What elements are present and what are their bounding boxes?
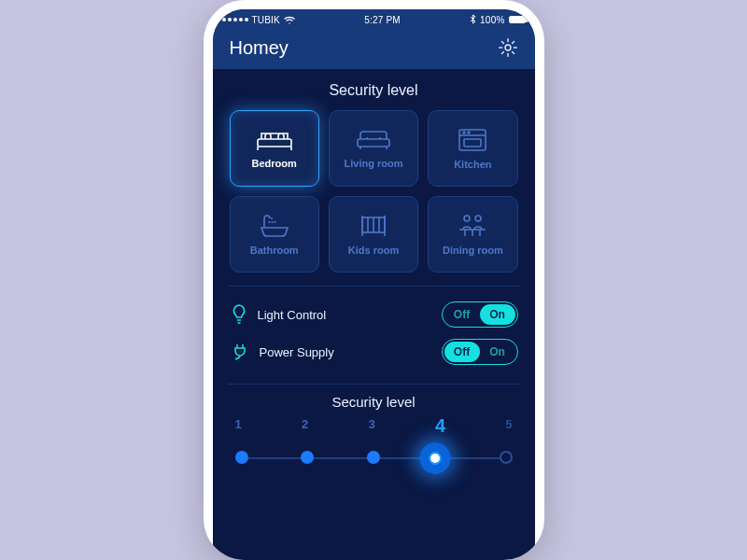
power-supply-left: Power Supply xyxy=(230,342,334,362)
room-bathroom[interactable]: Bathroom xyxy=(230,196,319,273)
room-living-room[interactable]: Living room xyxy=(329,110,418,187)
signal-dots-icon xyxy=(222,18,248,21)
main-content: Security level Bedroom Living room xyxy=(213,69,535,560)
lightbulb-icon xyxy=(230,303,248,326)
svg-point-5 xyxy=(463,132,465,133)
sofa-icon xyxy=(355,128,392,152)
plug-icon xyxy=(230,342,250,362)
phone-screen: TUBIK 5:27 PM 100% Homey xyxy=(213,9,535,560)
room-label: Bathroom xyxy=(250,245,299,256)
room-label: Kids room xyxy=(348,245,399,256)
power-supply-label: Power Supply xyxy=(260,345,334,359)
toggle-on: On xyxy=(480,342,515,362)
bluetooth-icon xyxy=(470,14,476,26)
slider-tick-1[interactable] xyxy=(235,451,248,464)
svg-point-6 xyxy=(468,132,470,133)
svg-point-9 xyxy=(475,216,481,221)
slider-thumb[interactable] xyxy=(419,442,451,474)
room-kids-room[interactable]: Kids room xyxy=(329,196,418,273)
room-label: Living room xyxy=(345,158,403,169)
slider-num-2: 2 xyxy=(302,417,308,439)
dining-icon xyxy=(456,213,489,239)
battery-label: 100% xyxy=(480,15,504,25)
slider-num-4: 4 xyxy=(435,415,445,437)
room-grid: Bedroom Living room Kitchen xyxy=(230,110,518,273)
room-kitchen[interactable]: Kitchen xyxy=(428,110,517,187)
status-left: TUBIK xyxy=(222,15,295,25)
oven-icon xyxy=(457,127,488,153)
slider-num-5: 5 xyxy=(505,417,512,439)
bed-icon xyxy=(256,128,293,152)
slider-tick-3[interactable] xyxy=(367,451,380,464)
power-supply-toggle[interactable]: Off On xyxy=(442,339,518,365)
slider-rail[interactable] xyxy=(230,441,518,482)
room-dining-room[interactable]: Dining room xyxy=(428,196,517,273)
divider xyxy=(228,286,520,287)
gear-icon xyxy=(498,37,518,58)
svg-rect-1 xyxy=(258,139,291,147)
toggle-off: Off xyxy=(444,342,480,362)
room-label: Bedroom xyxy=(252,158,297,169)
light-control-row: Light Control Off On xyxy=(230,296,518,333)
room-bedroom[interactable]: Bedroom xyxy=(230,110,319,187)
status-time: 5:27 PM xyxy=(364,15,401,25)
settings-button[interactable] xyxy=(498,37,518,58)
light-control-left: Light Control xyxy=(230,303,327,326)
light-control-label: Light Control xyxy=(258,308,327,322)
section-title: Security level xyxy=(230,82,518,99)
slider-numbers: 1 2 3 4 5 xyxy=(230,417,518,439)
room-label: Kitchen xyxy=(454,159,491,170)
slider-num-3: 3 xyxy=(368,417,374,439)
battery-icon xyxy=(509,16,526,23)
room-label: Dining room xyxy=(443,245,503,256)
slider-ticks xyxy=(230,441,518,482)
svg-point-8 xyxy=(464,216,470,221)
svg-rect-4 xyxy=(464,139,481,147)
title-bar: Homey xyxy=(213,30,535,69)
slider-tick-2[interactable] xyxy=(301,451,314,464)
divider xyxy=(228,384,520,385)
crib-icon xyxy=(359,213,388,239)
light-control-toggle[interactable]: Off On xyxy=(442,301,518,328)
power-supply-row: Power Supply Off On xyxy=(230,333,518,371)
toggle-on: On xyxy=(480,304,515,325)
slider-tick-5[interactable] xyxy=(500,451,513,464)
phone-frame: TUBIK 5:27 PM 100% Homey xyxy=(204,0,544,560)
toggle-off: Off xyxy=(444,304,480,325)
slider-num-1: 1 xyxy=(235,417,242,439)
status-bar: TUBIK 5:27 PM 100% xyxy=(213,9,535,30)
wifi-icon xyxy=(284,16,295,24)
security-slider-section: Security level 1 2 3 4 5 xyxy=(230,394,518,482)
bathtub-icon xyxy=(258,213,291,239)
slider-title: Security level xyxy=(230,394,518,410)
svg-rect-2 xyxy=(358,139,389,147)
carrier-label: TUBIK xyxy=(252,15,280,25)
status-right: 100% xyxy=(470,14,525,26)
app-title: Homey xyxy=(230,37,289,59)
svg-point-0 xyxy=(505,45,511,50)
